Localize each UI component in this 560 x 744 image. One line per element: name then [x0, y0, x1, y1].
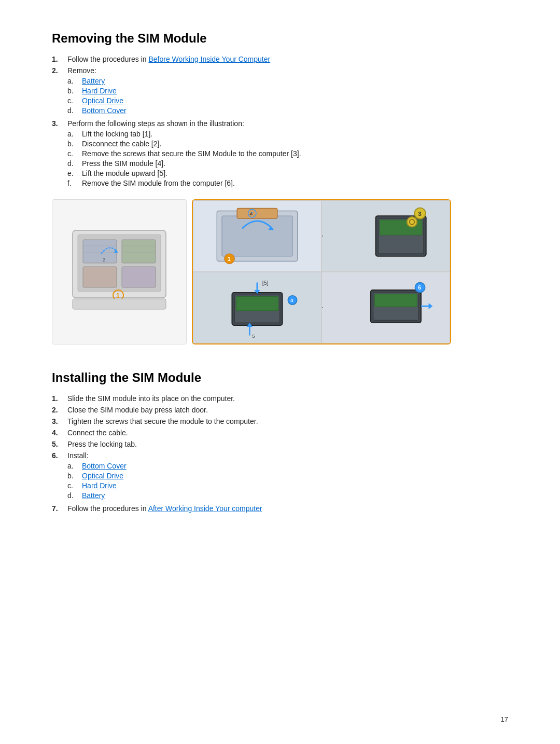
- installing-step-4: 4. Connect the cable.: [52, 429, 508, 437]
- perform-d-letter: d.: [67, 159, 80, 168]
- perform-e-letter: e.: [67, 169, 80, 177]
- svg-rect-3: [122, 240, 156, 263]
- installing-step-2: 2. Close the SIM module bay press latch …: [52, 406, 508, 414]
- install-6-content: Install: a. Bottom Cover b. Optical Driv…: [67, 451, 508, 501]
- removing-steps-list: 1. Follow the procedures in Before Worki…: [52, 55, 508, 189]
- svg-rect-17: [237, 209, 277, 218]
- svg-text:[5]: [5]: [262, 280, 269, 286]
- install-3-text: Tighten the screws that secure the modul…: [67, 417, 508, 425]
- install-6-text: Install:: [67, 451, 88, 460]
- install-7-num: 7.: [52, 504, 64, 513]
- hard-drive-link-install[interactable]: Hard Drive: [82, 481, 117, 490]
- perform-a-letter: a.: [67, 130, 80, 138]
- before-working-link[interactable]: Before Working Inside Your Computer: [148, 55, 270, 63]
- bottom-cover-link-remove[interactable]: Bottom Cover: [82, 106, 127, 115]
- removing-title: Removing the SIM Module: [52, 31, 508, 46]
- install-2-num: 2.: [52, 406, 64, 414]
- installing-title: Installing the SIM Module: [52, 370, 508, 385]
- grid-cell-bottom-right: 6: [321, 272, 450, 343]
- installing-step-5: 5. Press the locking tab.: [52, 440, 508, 448]
- install-sub-list: a. Bottom Cover b. Optical Drive c. Hard…: [67, 462, 508, 500]
- install-5-text: Press the locking tab.: [67, 440, 508, 448]
- install-2-text: Close the SIM module bay press latch doo…: [67, 406, 508, 414]
- perform-a-text: Lift the locking tab [1].: [82, 130, 152, 138]
- removing-step-2: 2. Remove: a. Battery b. Hard Drive c. O…: [52, 66, 508, 116]
- svg-text:2: 2: [250, 211, 253, 216]
- installing-steps-list: 1. Slide the SIM module into its place o…: [52, 394, 508, 513]
- install-3-num: 3.: [52, 417, 64, 425]
- svg-text:2: 2: [103, 257, 105, 263]
- remove-sub-a: a. Battery: [67, 77, 508, 85]
- install-sub-a: a. Bottom Cover: [67, 462, 508, 470]
- perform-sub-e: e. Lift the module upward [5].: [67, 169, 508, 177]
- installing-step-1: 1. Slide the SIM module into its place o…: [52, 394, 508, 403]
- svg-rect-2: [83, 240, 117, 263]
- after-working-link[interactable]: After Working Inside Your computer: [148, 504, 262, 513]
- step-3-number: 3.: [52, 119, 64, 128]
- svg-rect-14: [73, 299, 166, 309]
- perform-d-text: Press the SIM module [4].: [82, 159, 165, 168]
- install-4-text: Connect the cable.: [67, 429, 508, 437]
- optical-drive-link-install[interactable]: Optical Drive: [82, 472, 123, 480]
- install-sub-c: c. Hard Drive: [67, 481, 508, 490]
- installing-step-7: 7. Follow the procedures in After Workin…: [52, 504, 508, 513]
- step-2-text: Remove:: [67, 66, 96, 75]
- svg-text:4: 4: [290, 297, 293, 303]
- grid-cell-top-left: 4 1 2: [193, 200, 321, 272]
- step-2-content: Remove: a. Battery b. Hard Drive c. Opti…: [67, 66, 508, 116]
- laptop-overview-image: 1 2: [52, 199, 187, 345]
- installing-section: Installing the SIM Module 1. Slide the S…: [52, 370, 508, 513]
- optical-drive-link-remove[interactable]: Optical Drive: [82, 97, 123, 105]
- svg-text:1: 1: [116, 292, 120, 299]
- play-arrow-top: [321, 231, 323, 241]
- play-arrow-bottom: [321, 302, 323, 313]
- perform-sub-d: d. Press the SIM module [4].: [67, 159, 508, 168]
- installing-step-6: 6. Install: a. Bottom Cover b. Optical D…: [52, 451, 508, 501]
- perform-f-letter: f.: [67, 179, 80, 187]
- svg-rect-42: [375, 294, 417, 307]
- svg-rect-16: [222, 216, 292, 256]
- svg-text:6: 6: [418, 284, 421, 291]
- perform-b-text: Disconnect the cable [2].: [82, 140, 161, 148]
- step-illustrations-grid: 4 1 2: [192, 199, 451, 345]
- laptop-svg: 1 2: [62, 215, 176, 329]
- sub-d-letter: d.: [67, 106, 80, 115]
- installing-step-3: 3. Tighten the screws that secure the mo…: [52, 417, 508, 425]
- svg-point-27: [407, 217, 417, 227]
- install-d-letter: d.: [67, 491, 80, 500]
- perform-sub-a: a. Lift the locking tab [1].: [67, 130, 508, 138]
- perform-b-letter: b.: [67, 140, 80, 148]
- perform-f-text: Remove the SIM module from the computer …: [82, 179, 235, 187]
- sub-a-letter: a.: [67, 77, 80, 85]
- install-1-text: Slide the SIM module into its place on t…: [67, 394, 508, 403]
- perform-sub-b: b. Disconnect the cable [2].: [67, 140, 508, 148]
- install-5-num: 5.: [52, 440, 64, 448]
- hard-drive-link-remove[interactable]: Hard Drive: [82, 87, 117, 95]
- svg-rect-33: [236, 297, 278, 311]
- svg-marker-43: [429, 303, 433, 309]
- bottom-cover-link-install[interactable]: Bottom Cover: [82, 462, 127, 470]
- install-c-letter: c.: [67, 481, 80, 490]
- page-number: 17: [501, 715, 508, 723]
- install-7-text: Follow the procedures in: [67, 504, 148, 513]
- step-3-content: Perform the following steps as shown in …: [67, 119, 508, 189]
- perform-sub-c: c. Remove the screws that secure the SIM…: [67, 149, 508, 158]
- perform-sub-f: f. Remove the SIM module from the comput…: [67, 179, 508, 187]
- battery-link-remove[interactable]: Battery: [82, 77, 105, 85]
- install-a-letter: a.: [67, 462, 80, 470]
- install-1-num: 1.: [52, 394, 64, 403]
- svg-rect-4: [83, 267, 117, 287]
- svg-text:5: 5: [252, 333, 255, 339]
- perform-c-letter: c.: [67, 149, 80, 158]
- perform-e-text: Lift the module upward [5].: [82, 169, 167, 177]
- install-b-letter: b.: [67, 472, 80, 480]
- remove-sub-c: c. Optical Drive: [67, 97, 508, 105]
- remove-sub-b: b. Hard Drive: [67, 87, 508, 95]
- svg-text:1: 1: [228, 256, 231, 262]
- battery-link-install[interactable]: Battery: [82, 491, 105, 500]
- svg-rect-5: [122, 267, 156, 287]
- install-sub-b: b. Optical Drive: [67, 472, 508, 480]
- removing-step-3: 3. Perform the following steps as shown …: [52, 119, 508, 189]
- step-3-text: Perform the following steps as shown in …: [67, 119, 244, 128]
- step-1-content: Follow the procedures in Before Working …: [67, 55, 508, 63]
